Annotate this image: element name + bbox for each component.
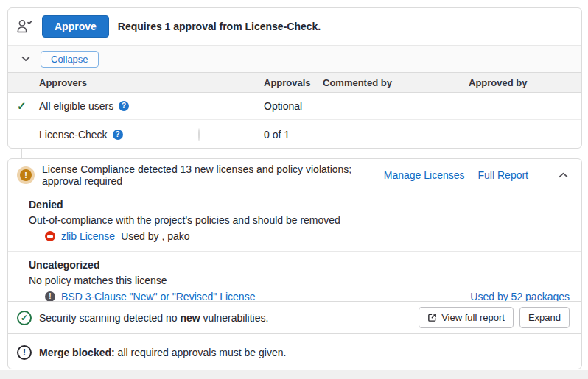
- avatar[interactable]: [198, 128, 200, 141]
- license-link[interactable]: BSD 3-Clause "New" or "Revised" License: [61, 288, 255, 301]
- license-link[interactable]: zlib License: [61, 228, 115, 244]
- collapse-row: Collapse: [8, 45, 581, 72]
- chevron-up-icon[interactable]: [556, 171, 571, 180]
- license-group-denied: Denied Out-of-compliance with the projec…: [8, 191, 581, 251]
- group-title: Denied: [29, 197, 570, 213]
- approvals-value: Optional: [264, 100, 323, 112]
- collapse-button[interactable]: Collapse: [41, 51, 99, 68]
- group-description: No policy matches this license: [29, 273, 570, 288]
- approve-button[interactable]: Approve: [42, 15, 109, 38]
- view-full-report-button[interactable]: View full report: [419, 307, 514, 328]
- license-summary-text: License Compliance detected 13 new licen…: [42, 163, 377, 187]
- exclamation-icon: !: [17, 345, 32, 360]
- user-check-icon: [15, 18, 33, 35]
- success-check-icon: ✓: [17, 311, 32, 325]
- security-scanning-row: ✓ Security scanning detected no new vuln…: [8, 301, 581, 333]
- col-approved-by: Approved by: [469, 77, 581, 88]
- license-compliance-header: ! License Compliance detected 13 new lic…: [8, 159, 581, 191]
- license-item: zlib License Used by , pako: [29, 228, 570, 244]
- col-commented-by: Commented by: [323, 77, 469, 88]
- table-row: License-Check ? 0 of 1: [8, 120, 581, 149]
- approver-rule-name: All eligible users: [39, 100, 113, 112]
- license-item: ! BSD 3-Clause "New" or "Revised" Licens…: [29, 288, 570, 301]
- merge-blocked-row: ! Merge blocked: all required approvals …: [8, 333, 581, 369]
- group-description: Out-of-compliance with the project's pol…: [29, 213, 570, 228]
- approvals-value: 0 of 1: [264, 129, 323, 141]
- help-icon[interactable]: ?: [119, 101, 129, 111]
- merge-blocked-text: Merge blocked: all required approvals mu…: [39, 347, 286, 358]
- info-icon: !: [45, 291, 55, 301]
- full-report-link[interactable]: Full Report: [478, 169, 528, 181]
- group-title: Uncategorized: [29, 258, 570, 273]
- timeline-connector: [21, 149, 22, 159]
- license-report-body: Denied Out-of-compliance with the projec…: [8, 191, 581, 301]
- external-link-icon: [427, 313, 437, 322]
- col-approvals: Approvals: [264, 77, 323, 88]
- chevron-down-icon[interactable]: [21, 56, 30, 62]
- help-icon[interactable]: ?: [113, 130, 123, 140]
- denied-icon: [45, 231, 55, 241]
- security-summary-text: Security scanning detected no new vulner…: [39, 312, 411, 324]
- used-by-link[interactable]: Used by 52 packages: [470, 288, 570, 301]
- approve-row: Approve Requires 1 approval from License…: [8, 8, 581, 45]
- mr-reports-widget: ! License Compliance detected 13 new lic…: [7, 158, 582, 369]
- expand-button[interactable]: Expand: [519, 307, 570, 328]
- warning-icon: !: [20, 169, 32, 181]
- check-icon: ✓: [17, 99, 39, 113]
- license-group-uncategorized: Uncategorized No policy matches this lic…: [8, 251, 581, 301]
- requires-approval-text: Requires 1 approval from License-Check.: [118, 21, 321, 32]
- table-row: ✓ All eligible users ? Optional: [8, 93, 581, 120]
- manage-licenses-link[interactable]: Manage Licenses: [384, 169, 465, 181]
- page-background-strip: [0, 370, 588, 379]
- col-approvers: Approvers: [39, 77, 198, 88]
- approver-rule-name: License-Check: [39, 129, 108, 141]
- approvers-table-header: Approvers Approvals Commented by Approve…: [8, 72, 581, 93]
- approval-widget: Approve Requires 1 approval from License…: [7, 7, 582, 149]
- timeline-connector: [27, 0, 27, 7]
- divider: [542, 167, 542, 183]
- used-by-text: Used by , pako: [121, 228, 189, 244]
